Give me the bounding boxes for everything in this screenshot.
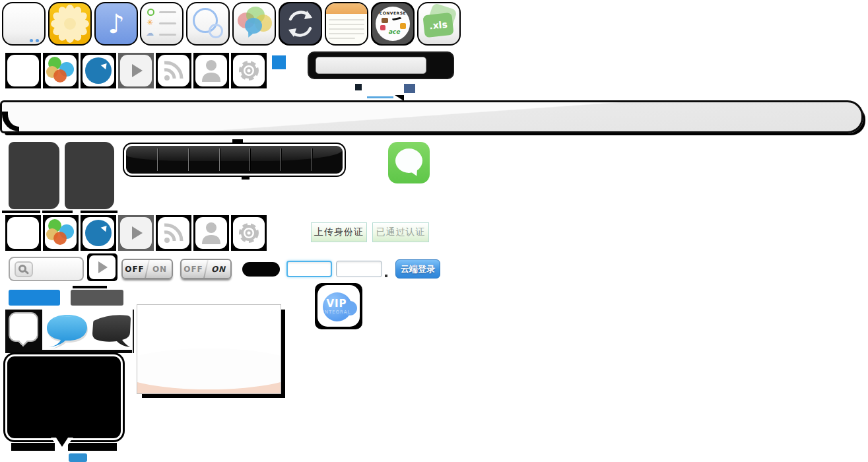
- vip-icon-frame[interactable]: VIP INTEGRAL: [315, 283, 362, 329]
- small-icon-rss-tile[interactable]: [156, 53, 191, 88]
- upload-id-button[interactable]: 上传身份证: [311, 222, 367, 242]
- toggle-on-label: ON: [207, 265, 230, 274]
- black-pill-button[interactable]: [242, 262, 280, 277]
- dark-card-placeholder: [65, 142, 114, 209]
- flower-photos-icon: [50, 3, 90, 44]
- small-icon-gear-tile[interactable]: [231, 215, 267, 251]
- small-icon-circles-tile[interactable]: [43, 215, 79, 251]
- small-icon-blank-tile[interactable]: [5, 53, 41, 88]
- colored-circles-icon: [45, 55, 77, 86]
- small-icon-play-tile[interactable]: [118, 215, 154, 251]
- vip-title: VIP: [317, 298, 356, 310]
- notepad-header: [326, 3, 367, 14]
- app-icon-music-tile[interactable]: ♪: [94, 2, 138, 46]
- user-person-icon: [195, 217, 227, 249]
- segment-divider: [157, 148, 158, 171]
- flower-icon: [50, 3, 90, 44]
- popover-pink-curve-mask: [137, 348, 281, 389]
- music-note-icon: ♪: [96, 3, 137, 44]
- small-icon-rss-tile[interactable]: [156, 215, 191, 251]
- upload-id-label: 上传身份证: [314, 226, 364, 238]
- cloud-login-button[interactable]: 云端登录: [395, 259, 440, 279]
- small-icon-user-tile[interactable]: [193, 53, 229, 88]
- blue-speech-bubble: [44, 312, 90, 350]
- notepad-icon: [326, 3, 367, 44]
- app-icon-circles-tile[interactable]: [186, 2, 230, 46]
- dark-card-placeholder: [9, 142, 59, 209]
- small-ring: [209, 24, 223, 38]
- multicolor-chat-icon: [234, 3, 275, 44]
- magnifier-handle: [24, 270, 29, 275]
- card-shadow-strip: [2, 211, 40, 213]
- blue-sphere-clock-icon: [83, 55, 114, 86]
- blue-flat-button[interactable]: [9, 290, 60, 306]
- segment-divider: [250, 148, 250, 171]
- small-icon-circles-tile[interactable]: [43, 53, 79, 88]
- sprite-fragment: [404, 84, 415, 93]
- play-icon: [120, 55, 152, 86]
- bar-left-corner-shadow: [2, 112, 19, 131]
- text-input[interactable]: [336, 261, 382, 277]
- sprite-fragment: [355, 84, 362, 90]
- small-icon-blank-tile[interactable]: [5, 215, 41, 251]
- dark-search-widget[interactable]: [308, 51, 454, 79]
- play-icon: [120, 217, 152, 249]
- blank-app-icon: [3, 3, 44, 44]
- search-input[interactable]: [316, 57, 426, 74]
- app-icon-chat-tile[interactable]: [232, 2, 276, 46]
- gray-flat-button[interactable]: [71, 290, 123, 306]
- app-icon-brands-tile[interactable]: CONVERSE ace: [371, 2, 415, 46]
- app-icon-blank-tile[interactable]: [2, 2, 46, 46]
- app-icon-photos-tile[interactable]: [48, 2, 92, 46]
- app-icon-notes-tile[interactable]: [325, 2, 368, 46]
- messages-app-icon[interactable]: [388, 142, 430, 183]
- search-icon-tile: [15, 261, 33, 277]
- toggle-off-label: OFF: [182, 265, 205, 274]
- colored-circles-icon: [45, 217, 77, 249]
- segment-divider: [281, 148, 281, 171]
- segmented-keyboard-bar[interactable]: [124, 144, 345, 176]
- verified-button[interactable]: 已通过认证: [372, 222, 429, 242]
- large-black-speech-bubble: [5, 354, 123, 440]
- blue-fragment: [69, 453, 87, 462]
- small-icon-play-tile[interactable]: [118, 53, 154, 88]
- app-icon-sync-tile[interactable]: [279, 2, 322, 46]
- search-field[interactable]: [9, 257, 84, 281]
- sprite-fragment: [242, 177, 250, 180]
- xls-export-icon: .xls: [418, 3, 459, 44]
- brand-mark: [380, 25, 385, 30]
- toggle-switch-on[interactable]: OFF ON: [180, 259, 232, 279]
- gear-settings-icon: [233, 55, 265, 86]
- reminders-list-icon: ✳ ☁: [141, 3, 182, 44]
- vip-subtitle: INTEGRAL: [317, 310, 356, 315]
- white-speech-bubble: [9, 312, 38, 342]
- music-note-glyph: ♪: [108, 9, 125, 39]
- long-toolbar-bar: [0, 100, 863, 133]
- large-bubble-tail: [55, 436, 69, 447]
- app-icon-reminders-tile[interactable]: ✳ ☁: [140, 2, 184, 46]
- cloud-glyph: ☁: [146, 28, 154, 38]
- search-widget-button[interactable]: [429, 55, 451, 75]
- sprite-fragment: [5, 350, 132, 353]
- xls-label: .xls: [428, 19, 448, 32]
- segment-divider: [188, 148, 189, 171]
- text-input-focused[interactable]: [286, 261, 332, 277]
- small-icon-clock-tile[interactable]: [81, 215, 116, 251]
- blue-sphere-clock-icon: [83, 217, 114, 249]
- blue-dot: [30, 39, 33, 42]
- app-icon-xls-tile[interactable]: .xls: [417, 2, 461, 46]
- toggle-switch-off[interactable]: OFF ON: [121, 259, 173, 279]
- gear-settings-icon: [233, 217, 265, 249]
- play-button[interactable]: [89, 255, 116, 279]
- small-icon-user-tile[interactable]: [193, 215, 229, 251]
- play-button-frame[interactable]: [87, 253, 117, 281]
- vip-icon: VIP INTEGRAL: [317, 285, 360, 327]
- sun-glyph: ✳: [147, 18, 153, 27]
- sprite-fragment: [11, 443, 55, 451]
- small-icon-clock-tile[interactable]: [81, 53, 116, 88]
- blank-small-icon: [7, 55, 39, 86]
- blue-underline-fragment: [367, 96, 393, 98]
- small-icon-gear-tile[interactable]: [231, 53, 267, 88]
- toggle-off-label: OFF: [123, 265, 147, 274]
- user-person-icon: [195, 55, 227, 86]
